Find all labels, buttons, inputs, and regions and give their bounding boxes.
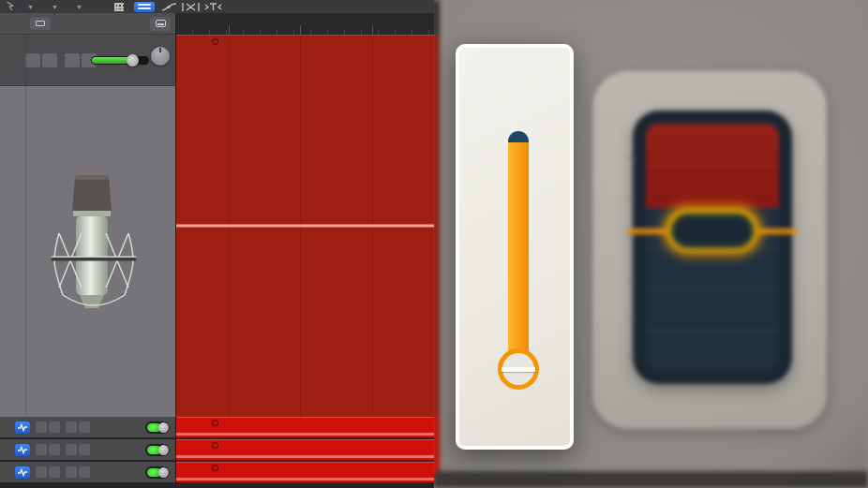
- freeze-icon[interactable]: [15, 466, 30, 479]
- loop-icon: [212, 465, 218, 471]
- record-button[interactable]: [65, 53, 80, 67]
- flex-button[interactable]: [181, 1, 201, 12]
- lead-vox-header-strip: [0, 35, 176, 86]
- group-button[interactable]: [30, 17, 51, 30]
- solo-button[interactable]: [49, 444, 60, 455]
- display-mode-button[interactable]: [150, 17, 171, 31]
- mute-button[interactable]: [36, 421, 47, 433]
- rvox-plugin-panel: [434, 0, 868, 488]
- region-label-bv3: [208, 465, 218, 471]
- region-bv1[interactable]: [176, 417, 434, 437]
- track-header-bv2[interactable]: [0, 439, 176, 460]
- region-bv3[interactable]: [176, 462, 434, 482]
- pan-knob[interactable]: [151, 47, 170, 66]
- bv-track-headers: [0, 417, 176, 488]
- gate-panel: [456, 44, 574, 450]
- volume-knob[interactable]: [127, 54, 139, 67]
- mute-button[interactable]: [25, 53, 40, 67]
- volume-slider[interactable]: [91, 56, 149, 65]
- solo-button[interactable]: [42, 53, 57, 67]
- freeze-icon[interactable]: [15, 444, 30, 456]
- menu-functions[interactable]: ▼: [43, 4, 64, 10]
- track-header-bv3[interactable]: [0, 462, 176, 482]
- screenshot-root: ▼ ▼ ▼: [0, 0, 868, 488]
- chevron-down-icon: ▼: [52, 4, 58, 10]
- region-label-bv2: [208, 442, 218, 449]
- chevron-down-icon: ▼: [76, 4, 82, 10]
- filter-icon: [204, 2, 222, 12]
- grid-icon: [114, 3, 124, 11]
- microphone-image: [50, 173, 138, 319]
- add-track-button[interactable]: [7, 17, 22, 30]
- track-toolbar: [0, 13, 176, 35]
- flex-icon: [181, 2, 201, 12]
- daw-window: ▼ ▼ ▼: [0, 0, 434, 488]
- input-monitor-button[interactable]: [79, 421, 90, 433]
- menu-bar: ▼ ▼ ▼: [0, 0, 434, 13]
- group-icon: [36, 21, 45, 26]
- lead-vox-region[interactable]: [176, 35, 434, 417]
- grid-view-button[interactable]: [111, 1, 127, 12]
- freeze-icon[interactable]: [15, 421, 30, 434]
- solo-button[interactable]: [49, 421, 60, 433]
- mute-button[interactable]: [36, 466, 47, 478]
- waveform: [176, 35, 434, 417]
- input-monitor-button[interactable]: [79, 444, 90, 455]
- track-on-toggle[interactable]: [145, 466, 170, 479]
- track-on-toggle[interactable]: [145, 444, 170, 456]
- region-label-bv1: [208, 420, 218, 426]
- solo-mode-button[interactable]: [58, 17, 73, 30]
- menu-view[interactable]: ▼: [67, 4, 88, 10]
- pointer-tool-icon[interactable]: [5, 1, 15, 12]
- automation-button[interactable]: [161, 1, 177, 12]
- bv-regions: [176, 417, 434, 488]
- gate-slider-bar[interactable]: [508, 142, 529, 369]
- timeline-ruler[interactable]: [176, 13, 434, 35]
- volume-fill: [92, 57, 130, 64]
- record-button[interactable]: [66, 421, 77, 433]
- gate-slider-knob[interactable]: [498, 348, 539, 390]
- region-bv2[interactable]: [176, 439, 434, 460]
- input-monitor-button[interactable]: [79, 466, 90, 478]
- display-icon: [156, 20, 166, 27]
- automation-curve-icon: [161, 2, 177, 12]
- lead-vox-track-header[interactable]: [0, 35, 176, 417]
- track-on-toggle[interactable]: [145, 421, 170, 434]
- track-header-bv1[interactable]: [0, 417, 176, 437]
- record-button[interactable]: [66, 466, 77, 478]
- loop-icon: [212, 442, 218, 449]
- solo-button[interactable]: [49, 466, 60, 478]
- tracks-view-button[interactable]: [134, 2, 155, 12]
- menu-edit[interactable]: ▼: [19, 4, 39, 10]
- loop-icon: [212, 420, 218, 426]
- filter-button[interactable]: [204, 1, 222, 12]
- record-button[interactable]: [66, 444, 77, 455]
- mute-button[interactable]: [36, 444, 47, 455]
- chevron-down-icon: ▼: [27, 4, 34, 10]
